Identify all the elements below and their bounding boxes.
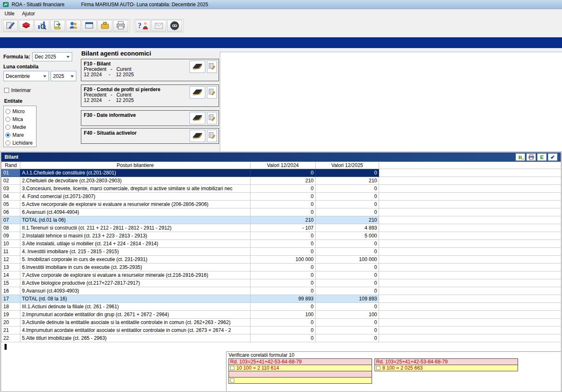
checkbox[interactable] (230, 378, 234, 382)
robot-button[interactable] (167, 20, 182, 31)
help-button[interactable]: ? (136, 20, 151, 31)
print-button[interactable] (526, 153, 536, 161)
table-row[interactable]: 114. Investitii imobiliare (ct. 215 - 28… (2, 248, 561, 256)
column-header[interactable]: Valori 12/2024 (251, 162, 316, 169)
cell-extra (379, 287, 561, 295)
cell-rand: 05 (2, 201, 20, 208)
grid-pencil-icon (209, 131, 215, 141)
entity-option-micro[interactable]: Micro (5, 107, 34, 115)
cell-post: 5.Active necorporale de explorare si eva… (20, 201, 251, 208)
bilant-table-header: RandPosturi bilantiereValori 12/2024Valo… (2, 162, 561, 169)
excel-button[interactable]: E (537, 153, 547, 161)
chart-analysis-button[interactable] (34, 20, 49, 31)
menu-ajutor[interactable]: Ajutor (18, 10, 39, 18)
cell-valori-2024: 210 (251, 177, 316, 185)
table-row[interactable]: 044. Fond comercial (ct.2071-2807)00 (2, 193, 561, 201)
table-row[interactable]: 203.Actiunile detinute la entitatile aso… (2, 319, 561, 327)
table-row[interactable]: 066.Avansuri (ct.4094-4904)00 (2, 208, 561, 216)
users-button[interactable] (66, 20, 81, 31)
edit-report-button[interactable] (3, 20, 18, 31)
cell-valori-2025: 0 (316, 279, 379, 287)
table-row[interactable]: 033.Concesiuni, brevete, licente, marci … (2, 185, 561, 193)
cell-post: III.1.Actiuni detinute la filiale (ct. 2… (20, 303, 251, 311)
table-row[interactable]: 158.Active biologice productive (ct.217+… (2, 279, 561, 287)
export-button[interactable] (50, 20, 65, 31)
cell-valori-2024: 0 (251, 287, 316, 295)
table-row[interactable]: 125. Imobilizari corporale in curs de ex… (2, 256, 561, 264)
open-form-button[interactable] (190, 130, 205, 142)
checkbox[interactable] (376, 366, 380, 370)
table-row[interactable]: 07TOTAL (rd.01 la 06)210210 (2, 216, 561, 224)
cell-post: 7.Active corporale de explorare si evalu… (20, 271, 251, 279)
open-form-button[interactable] (190, 60, 205, 73)
column-header[interactable] (379, 162, 561, 169)
cell-valori-2025: 4 893 (316, 224, 379, 232)
table-row[interactable]: 214.Imprumuturi acordate entitatilor aso… (2, 327, 561, 334)
table-row[interactable]: 225.Alte titluri imobilizate (ct. 265 - … (2, 334, 561, 342)
cell-rand: 03 (2, 185, 20, 193)
entity-option-mica[interactable]: Mica (5, 115, 34, 123)
cell-extra (379, 334, 561, 342)
bottom-area: Verificare corelatii formular 10 Rd. 103… (1, 351, 561, 391)
table-bottom-strip (1, 342, 561, 351)
table-row[interactable]: 103.Alte instalatii, utilaje si mobilier… (2, 240, 561, 248)
book-pen-icon (192, 114, 203, 123)
bilant-titlebar-buttons: RE✔ (516, 153, 557, 161)
formula-select[interactable]: Dec 2025 (32, 52, 72, 61)
table-row[interactable]: 092.Instalatii tehnice si masini (ct. 21… (2, 232, 561, 240)
table-row[interactable]: 17TOTAL (rd. 08 la 16)99 893109 893 (2, 295, 561, 303)
print-icon (116, 20, 126, 31)
open-form-button[interactable] (190, 112, 205, 124)
table-row[interactable]: 147.Active corporale de explorare si eva… (2, 271, 561, 279)
table-row[interactable]: 08II.1.Terenuri si constructii (ct. 211 … (2, 224, 561, 232)
tools-button[interactable] (97, 20, 112, 31)
column-header[interactable]: Valori 12/2025 (316, 162, 379, 169)
entity-option-medie[interactable]: Medie (5, 123, 34, 131)
cell-valori-2024: 210 (251, 216, 316, 224)
roa-button[interactable]: R (516, 153, 525, 161)
validate-button[interactable]: ✔ (548, 153, 557, 161)
cell-post: 6.Investitii imobiliare in curs de execu… (20, 264, 251, 271)
table-row[interactable]: 055.Active necorporale de explorare si e… (2, 201, 561, 208)
cell-post: 3.Actiunile detinute la entitatile asoci… (20, 319, 251, 327)
month-select[interactable]: Decembrie (3, 71, 49, 81)
column-header[interactable]: Posturi bilantiere (20, 162, 251, 169)
table-row[interactable]: 192.Imprumuturi acordate entitatilor din… (2, 311, 561, 319)
interimar-checkbox[interactable]: Interimar (4, 87, 31, 93)
table-row[interactable]: 18III.1.Actiuni detinute la filiale (ct.… (2, 303, 561, 311)
chart-analysis-icon (37, 20, 47, 31)
cell-post: TOTAL (rd. 08 la 16) (20, 295, 251, 303)
year-select[interactable]: 2025 (51, 71, 76, 81)
mail-button[interactable] (151, 20, 166, 31)
edit-form-button[interactable] (207, 112, 217, 124)
table-row[interactable]: 022.Cheltuieli de dezvoltare (ct.203-280… (2, 177, 561, 185)
toolbar-spacer (0, 32, 562, 37)
ledger-books-button[interactable] (19, 20, 34, 31)
checkbox[interactable] (230, 366, 234, 370)
table-row[interactable]: 136.Investitii imobiliare in curs de exe… (2, 264, 561, 271)
cell-post: 6.Avansuri (ct.4094-4904) (20, 208, 251, 216)
titlebar: ROA - Situatii financiare Firma MARIUSM … (0, 0, 562, 9)
scroll-mark[interactable] (5, 344, 7, 350)
cell-rand: 11 (2, 248, 20, 256)
menu-utile[interactable]: Utile (1, 10, 18, 18)
entity-option-mare[interactable]: Mare (5, 131, 34, 139)
cell-extra (379, 193, 561, 201)
table-row[interactable]: 169.Avansuri (ct.4093-4903)00 (2, 287, 561, 295)
edit-form-button[interactable] (207, 130, 217, 142)
table-row[interactable]: 01A.I.1.Cheltuieli de constituire (ct.20… (2, 169, 561, 177)
cell-valori-2025: 0 (316, 208, 379, 216)
entity-option-label: Lichidare (12, 140, 33, 146)
cell-valori-2024: 0 (251, 264, 316, 271)
entity-option-lichidare[interactable]: Lichidare (5, 139, 34, 147)
cell-valori-2024: 0 (251, 303, 316, 311)
verificare-title: Verificare corelatii formular 10 (229, 352, 559, 358)
robot-icon (170, 21, 180, 31)
edit-form-button[interactable] (207, 60, 217, 73)
open-form-button[interactable] (190, 86, 205, 99)
print-button[interactable] (113, 20, 128, 31)
column-header[interactable]: Rand (2, 162, 20, 169)
window-button[interactable] (82, 20, 97, 31)
edit-form-button[interactable] (207, 86, 217, 99)
form-box-f20: F20 - Contul de profit si pierderePreced… (81, 85, 219, 107)
